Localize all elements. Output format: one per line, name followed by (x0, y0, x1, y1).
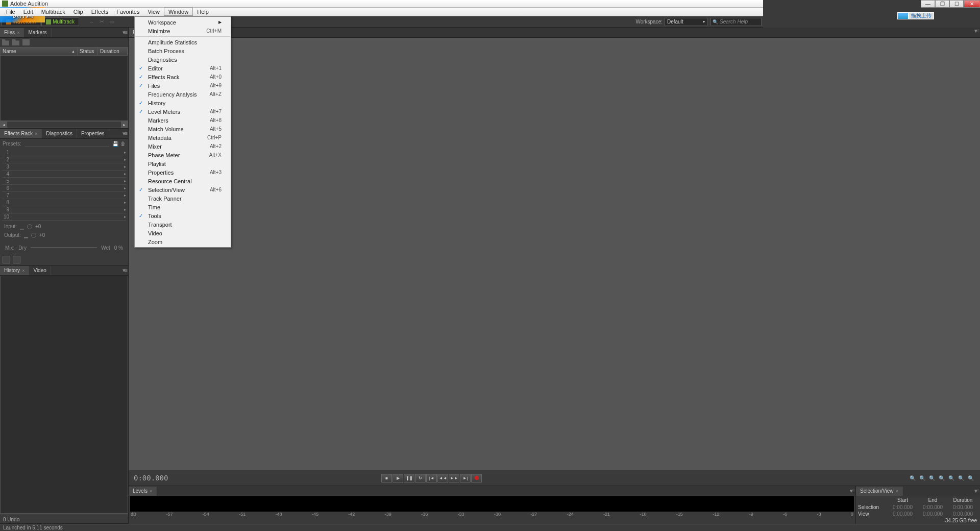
toolbar: Waveform Multitrack ↔ ✂ ▭ Workspace: Def… (0, 16, 763, 28)
col-status[interactable]: Status (78, 47, 98, 55)
dd-effects-rack[interactable]: Effects RackAlt+0 (135, 73, 231, 81)
dd-diagnostics[interactable]: Diagnostics (135, 55, 231, 64)
dd-selview[interactable]: Selection/ViewAlt+6 (135, 185, 231, 194)
import-icon[interactable] (12, 39, 19, 45)
menu-clip[interactable]: Clip (69, 8, 87, 15)
dd-video[interactable]: Video (135, 229, 231, 237)
output-label: Output: (4, 232, 21, 238)
dd-markers[interactable]: MarkersAlt+8 (135, 116, 231, 125)
dd-zoom[interactable]: Zoom (135, 237, 231, 246)
close-icon[interactable]: × (35, 131, 37, 136)
scroll-track[interactable] (7, 122, 121, 128)
search-input[interactable]: Search Help (710, 18, 762, 26)
tool-group: ↔ ✂ ▭ (86, 17, 117, 27)
presets-label: Presets: (3, 141, 21, 147)
presets-select[interactable] (24, 140, 109, 147)
dd-freq[interactable]: Frequency AnalysisAlt+Z (135, 90, 231, 99)
files-list[interactable] (0, 56, 128, 121)
input-label: Input: (4, 224, 17, 229)
dd-editor[interactable]: EditorAlt+1 (135, 64, 231, 73)
tab-files[interactable]: Files× (0, 28, 24, 37)
submenu-arrow-icon: ▶ (218, 20, 222, 25)
files-panel: Files× Markers ▾≡ Name▲ Status Duration … (0, 28, 128, 129)
menu-view[interactable]: View (143, 8, 164, 15)
dd-metadata[interactable]: MetadataCtrl+P (135, 133, 231, 142)
multitrack-mode-button[interactable]: Multitrack (41, 17, 79, 26)
effects-list: 1▸ 2▸ 3▸ 4▸ 5▸ 6▸ 7▸ 8▸ 9▸ 10▸ (0, 148, 128, 221)
window-dropdown: Workspace▶ MinimizeCtrl+M Amplitude Stat… (134, 16, 231, 248)
dd-match[interactable]: Match VolumeAlt+5 (135, 125, 231, 133)
fx-slot[interactable]: 5▸ (2, 178, 126, 185)
tool-cut[interactable]: ✂ (97, 17, 106, 27)
menu-window[interactable]: Window (164, 8, 193, 16)
save-preset-icon[interactable]: 💾 (112, 141, 118, 147)
dd-files[interactable]: FilesAlt+9 (135, 81, 231, 90)
tool-select[interactable]: ▭ (107, 17, 116, 27)
history-body[interactable] (0, 276, 128, 415)
tab-effects-rack[interactable]: Effects Rack× (0, 129, 42, 138)
close-file-icon[interactable] (22, 39, 30, 45)
tab-properties[interactable]: Properties (77, 129, 109, 138)
close-icon[interactable]: × (22, 268, 24, 273)
dd-track-panner[interactable]: Track Panner (135, 194, 231, 203)
fx-slot[interactable]: 3▸ (2, 163, 126, 171)
fx-slot[interactable]: 2▸ (2, 156, 126, 163)
dd-batch[interactable]: Batch Process (135, 46, 231, 55)
fx-slot[interactable]: 8▸ (2, 199, 126, 206)
fx-slot[interactable]: 7▸ (2, 192, 126, 199)
menu-edit[interactable]: Edit (19, 8, 37, 15)
fx-slot[interactable]: 10▸ (2, 213, 126, 221)
files-header: Name▲ Status Duration (0, 47, 128, 56)
panel-menu-icon[interactable]: ▾≡ (122, 29, 127, 36)
open-file-icon[interactable] (2, 39, 9, 45)
close-icon[interactable]: × (17, 30, 19, 35)
menu-multitrack[interactable]: Multitrack (37, 8, 69, 15)
tab-history[interactable]: History× (0, 266, 29, 275)
menu-file[interactable]: File (2, 8, 19, 15)
fx-slot[interactable]: 1▸ (2, 149, 126, 156)
menu-favorites[interactable]: Favorites (112, 8, 143, 15)
menu-effects[interactable]: Effects (87, 8, 112, 15)
delete-preset-icon[interactable]: 🗑 (120, 141, 126, 147)
dd-mixer[interactable]: MixerAlt+2 (135, 142, 231, 151)
fx-slot[interactable]: 9▸ (2, 206, 126, 213)
fx-slot[interactable]: 4▸ (2, 171, 126, 178)
output-knob[interactable] (31, 233, 36, 238)
dd-playlist[interactable]: Playlist (135, 159, 231, 168)
tool-move[interactable]: ↔ (87, 17, 96, 27)
list-button[interactable] (13, 256, 20, 263)
mix-slider[interactable] (31, 247, 97, 248)
tab-markers[interactable]: Markers (24, 28, 51, 37)
col-name[interactable]: Name▲ (1, 47, 78, 55)
dd-history[interactable]: History (135, 99, 231, 107)
tab-video[interactable]: Video (29, 266, 51, 275)
menu-bar: File Edit Multitrack Clip Effects Favori… (0, 8, 763, 16)
dd-transport[interactable]: Transport (135, 220, 231, 229)
col-duration[interactable]: Duration (98, 47, 128, 55)
dd-minimize[interactable]: MinimizeCtrl+M (135, 27, 231, 35)
workspace: Files× Markers ▾≡ Name▲ Status Duration … (0, 28, 763, 415)
mix-row: Mix: Dry Wet 0 % (0, 241, 128, 254)
scroll-left-icon[interactable]: ◄ (1, 122, 7, 128)
scroll-right-icon[interactable]: ► (121, 122, 128, 128)
dd-amp-stats[interactable]: Amplitude Statistics (135, 38, 231, 46)
tab-diagnostics[interactable]: Diagnostics (42, 129, 77, 138)
dd-tools[interactable]: Tools (135, 211, 231, 220)
dd-phase[interactable]: Phase MeterAlt+X (135, 151, 231, 159)
fx-slot[interactable]: 6▸ (2, 185, 126, 192)
workspace-area: Workspace: Default Search Help (635, 18, 762, 26)
dd-time[interactable]: Time (135, 203, 231, 211)
panel-menu-icon[interactable]: ▾≡ (122, 267, 127, 274)
dd-level[interactable]: Level MetersAlt+7 (135, 107, 231, 116)
dd-properties[interactable]: PropertiesAlt+3 (135, 168, 231, 177)
input-knob[interactable] (27, 224, 32, 229)
workspace-select[interactable]: Default (665, 18, 707, 26)
power-button[interactable] (3, 256, 10, 263)
left-column: Files× Markers ▾≡ Name▲ Status Duration … (0, 28, 129, 415)
panel-menu-icon[interactable]: ▾≡ (122, 130, 127, 137)
menu-help[interactable]: Help (193, 8, 213, 15)
scrollbar[interactable]: ◄ ► (0, 121, 128, 128)
dd-resource[interactable]: Resource Central (135, 177, 231, 185)
fx-bottom (0, 254, 128, 265)
dd-workspace[interactable]: Workspace▶ (135, 18, 231, 27)
